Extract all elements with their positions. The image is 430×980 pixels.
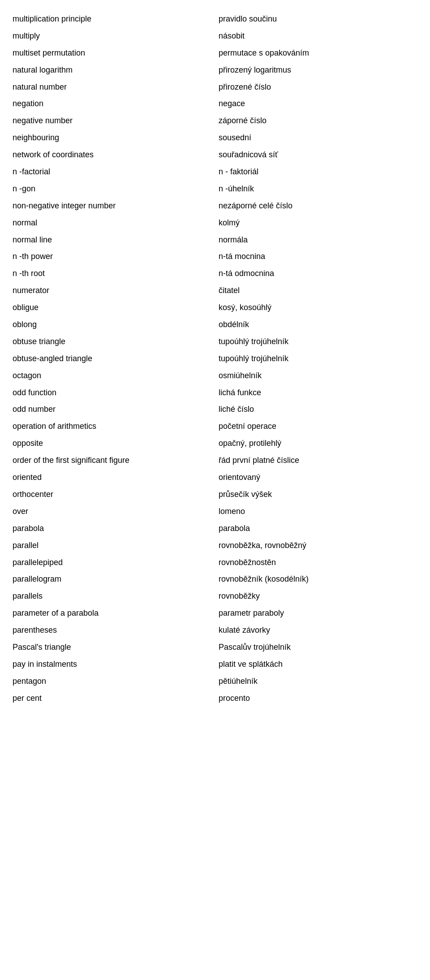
table-row: parallelepipedrovnoběžnostěn [9,554,421,571]
czech-translation: procento [215,690,421,707]
english-term: natural logarithm [9,62,215,79]
czech-translation: normála [215,232,421,249]
czech-translation: záporné číslo [215,112,421,130]
czech-translation: rovnoběžník (kosodélník) [215,571,421,588]
table-row: parentheseskulaté závorky [9,622,421,639]
czech-translation: početní operace [215,418,421,435]
english-term: odd number [9,401,215,418]
english-term: odd function [9,384,215,401]
english-term: n -th power [9,248,215,265]
table-row: parabolaparabola [9,520,421,537]
table-row: natural logarithmpřirozený logaritmus [9,62,421,79]
czech-translation: lomeno [215,503,421,520]
czech-translation: přirozený logaritmus [215,62,421,79]
czech-translation: čitatel [215,282,421,299]
czech-translation: lichá funkce [215,384,421,401]
english-term: per cent [9,690,215,707]
table-row: multiplication principlepravidlo součinu [9,11,421,28]
table-row: oppositeopačný, protilehlý [9,435,421,452]
english-term: multiplication principle [9,11,215,28]
table-row: numeratorčitatel [9,282,421,299]
english-term: pay in instalments [9,656,215,673]
czech-translation: pětiúhelník [215,673,421,690]
table-row: non-negative integer numbernezáporné cel… [9,198,421,215]
table-row: pentagonpětiúhelník [9,673,421,690]
czech-translation: řád první platné číslice [215,452,421,469]
czech-translation: sousední [215,130,421,147]
table-row: odd functionlichá funkce [9,384,421,401]
table-row: normal linenormála [9,232,421,249]
english-term: oriented [9,469,215,486]
english-term: Pascal's triangle [9,639,215,656]
table-row: overlomeno [9,503,421,520]
czech-translation: negace [215,95,421,112]
czech-translation: n -úhelník [215,181,421,198]
english-term: opposite [9,435,215,452]
czech-translation: n-tá odmocnina [215,265,421,282]
czech-translation: pravidlo součinu [215,11,421,28]
czech-translation: souřadnicová síť [215,147,421,164]
english-term: parallel [9,537,215,554]
english-term: normal line [9,232,215,249]
czech-translation: kosý, kosoúhlý [215,299,421,316]
english-term: orthocenter [9,486,215,503]
czech-translation: rovnoběžnostěn [215,554,421,571]
table-row: network of coordinatessouřadnicová síť [9,147,421,164]
table-row: negative numberzáporné číslo [9,112,421,130]
czech-translation: platit ve splátkách [215,656,421,673]
english-term: negation [9,95,215,112]
english-term: n -factorial [9,164,215,181]
english-term: parameter of a parabola [9,605,215,622]
table-row: n -gonn -úhelník [9,181,421,198]
czech-translation: osmiúhelník [215,367,421,384]
english-term: parentheses [9,622,215,639]
czech-translation: kulaté závorky [215,622,421,639]
czech-translation: tupoúhlý trojúhelník [215,333,421,350]
english-term: oblong [9,316,215,333]
table-row: orthocenterprůsečík výšek [9,486,421,503]
table-row: odd numberliché číslo [9,401,421,418]
table-row: Pascal's trianglePascalův trojúhelník [9,639,421,656]
english-term: neighbouring [9,130,215,147]
czech-translation: Pascalův trojúhelník [215,639,421,656]
czech-translation: rovnoběžka, rovnoběžný [215,537,421,554]
english-term: multiset permutation [9,45,215,62]
czech-translation: opačný, protilehlý [215,435,421,452]
english-term: pentagon [9,673,215,690]
english-term: over [9,503,215,520]
table-row: obliguekosý, kosoúhlý [9,299,421,316]
table-row: n -th powern-tá mocnina [9,248,421,265]
english-term: normal [9,215,215,232]
english-term: numerator [9,282,215,299]
czech-translation: kolmý [215,215,421,232]
english-term: negative number [9,112,215,130]
czech-translation: přirozené číslo [215,79,421,96]
table-row: multiplynásobit [9,28,421,45]
table-row: parallelogramrovnoběžník (kosodélník) [9,571,421,588]
table-row: per centprocento [9,690,421,707]
czech-translation: n-tá mocnina [215,248,421,265]
english-term: parallelogram [9,571,215,588]
english-term: operation of arithmetics [9,418,215,435]
table-row: parameter of a parabolaparametr paraboly [9,605,421,622]
czech-translation: liché číslo [215,401,421,418]
table-row: orientedorientovaný [9,469,421,486]
czech-translation: tupoúhlý trojúhelník [215,350,421,367]
glossary-table: multiplication principlepravidlo součinu… [9,11,421,707]
table-row: obtuse-angled triangletupoúhlý trojúheln… [9,350,421,367]
table-row: order of the first significant figureřád… [9,452,421,469]
english-term: obtuse-angled triangle [9,350,215,367]
table-row: negationnegace [9,95,421,112]
table-row: parallelrovnoběžka, rovnoběžný [9,537,421,554]
english-term: natural number [9,79,215,96]
czech-translation: rovnoběžky [215,588,421,605]
czech-translation: obdélník [215,316,421,333]
czech-translation: parabola [215,520,421,537]
czech-translation: parametr paraboly [215,605,421,622]
table-row: oblongobdélník [9,316,421,333]
table-row: multiset permutationpermutace s opakován… [9,45,421,62]
english-term: order of the first significant figure [9,452,215,469]
english-term: obligue [9,299,215,316]
english-term: multiply [9,28,215,45]
czech-translation: násobit [215,28,421,45]
